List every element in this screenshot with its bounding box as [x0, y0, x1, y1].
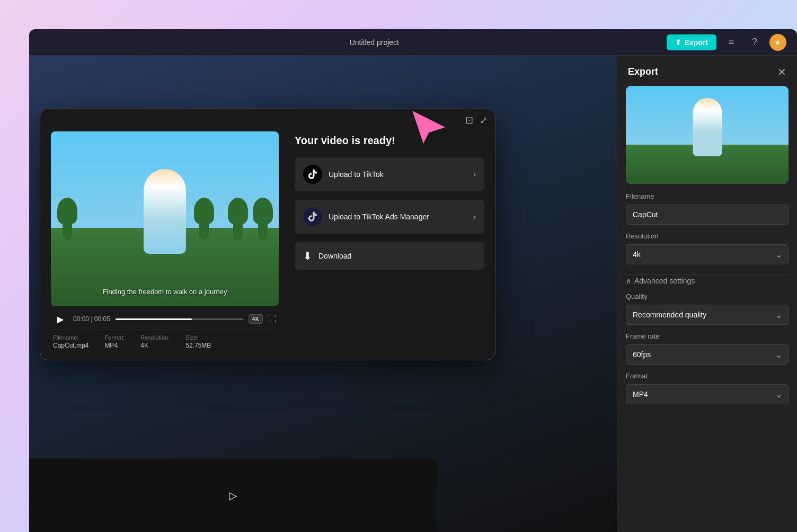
- filename-value: CapCut.mp4: [53, 342, 88, 349]
- panel-thumb-person: [693, 98, 722, 156]
- advanced-settings-toggle[interactable]: ∧ Advanced settings: [626, 277, 695, 285]
- fullscreen-button[interactable]: ⛶: [268, 314, 277, 324]
- top-bar-actions: ⬆ Export ≡ ? ★: [667, 34, 786, 51]
- format-select-wrapper: MP4 MOV GIF: [626, 384, 789, 404]
- modal-body: Finding the freedom to walk on a journey…: [40, 131, 495, 360]
- video-person: [144, 169, 186, 254]
- progress-bar[interactable]: [116, 318, 243, 320]
- tiktok-ads-chevron-icon: ›: [473, 212, 476, 221]
- size-label: Size:: [185, 334, 211, 341]
- subtitle-icon-button[interactable]: ⊡: [465, 114, 473, 126]
- close-export-button[interactable]: ✕: [777, 67, 786, 77]
- format-label: Format:: [104, 334, 125, 341]
- timeline-play-icon: ▷: [229, 489, 237, 502]
- top-bar: Untitled project ⬆ Export ≡ ? ★: [29, 29, 797, 56]
- download-button[interactable]: ⬇ Download: [295, 242, 484, 270]
- play-button[interactable]: ▶: [53, 312, 68, 326]
- export-panel-title: Export: [628, 66, 658, 77]
- format-info: Format: MP4: [104, 334, 125, 349]
- framerate-select[interactable]: 24fps 30fps 60fps: [626, 344, 789, 365]
- tiktok-chevron-icon: ›: [473, 170, 476, 179]
- resolution-field-label: Resolution: [626, 232, 789, 240]
- framerate-field: Frame rate 24fps 30fps 60fps: [626, 332, 789, 365]
- tiktok-ads-icon: [303, 207, 322, 226]
- filename-input[interactable]: [626, 205, 789, 225]
- download-icon: ⬇: [303, 250, 312, 262]
- export-panel: Export ✕ Filename Resolution: [617, 56, 797, 532]
- upload-tiktok-ads-text: Upload to TikTok Ads Manager: [329, 212, 429, 221]
- app-window: Untitled project ⬆ Export ≡ ? ★: [29, 29, 797, 532]
- resolution-select-wrapper: 4k 1080p 720p 480p: [626, 244, 789, 264]
- advanced-settings-label: Advanced settings: [634, 277, 695, 285]
- editor-area: ⊡ ⤢: [29, 56, 617, 532]
- resolution-value: 4K: [140, 342, 170, 349]
- framerate-select-wrapper: 24fps 30fps 60fps: [626, 344, 789, 365]
- video-controls: ▶ 00:00 | 00:05 4K ⛶: [51, 306, 279, 330]
- project-title: Untitled project: [350, 38, 399, 47]
- filename-field-label: Filename: [626, 192, 789, 200]
- progress-fill: [116, 318, 192, 320]
- chevron-up-icon: ∧: [626, 277, 631, 285]
- timeline-area: ▷: [29, 458, 437, 532]
- filename-field: Filename: [617, 192, 797, 232]
- resolution-label: Resolution:: [140, 334, 170, 341]
- file-info: Filename: CapCut.mp4 Format: MP4 Resolut…: [51, 330, 279, 349]
- resolution-field: Resolution 4k 1080p 720p 480p: [617, 232, 797, 272]
- quality-field: Quality Recommended quality High quality…: [626, 292, 789, 325]
- cursor-arrow: [410, 109, 447, 148]
- export-options: Your video is ready! Upload to TikTok: [295, 131, 484, 349]
- close-icon: ✕: [777, 66, 786, 78]
- upload-tiktok-text: Upload to TikTok: [329, 170, 384, 179]
- upload-tiktok-ads-left: Upload to TikTok Ads Manager: [303, 207, 429, 226]
- export-icon: ⬆: [675, 38, 681, 47]
- ready-title: Your video is ready!: [295, 135, 484, 147]
- quality-select-wrapper: Recommended quality High quality Standar…: [626, 305, 789, 325]
- video-player: Finding the freedom to walk on a journey…: [51, 131, 279, 349]
- format-field-label: Format: [626, 372, 789, 380]
- video-screen: Finding the freedom to walk on a journey: [51, 131, 279, 306]
- format-select[interactable]: MP4 MOV GIF: [626, 384, 789, 404]
- format-field: Format MP4 MOV GIF: [626, 372, 789, 404]
- quality-field-label: Quality: [626, 292, 789, 300]
- quality-select[interactable]: Recommended quality High quality Standar…: [626, 305, 789, 325]
- panel-thumbnail: [626, 86, 789, 184]
- menu-button[interactable]: ≡: [723, 34, 740, 51]
- tree-2: [233, 208, 243, 240]
- quality-badge: 4K: [249, 314, 263, 324]
- menu-icon: ≡: [729, 37, 734, 48]
- filename-label: Filename:: [53, 334, 88, 341]
- tree-1: [63, 208, 72, 240]
- main-content: ⊡ ⤢: [29, 56, 797, 532]
- resolution-info: Resolution: 4K: [140, 334, 170, 349]
- divider-1: [626, 274, 789, 274]
- svg-marker-0: [413, 111, 445, 143]
- video-subtitle: Finding the freedom to walk on a journey: [51, 288, 279, 296]
- tree-4: [258, 208, 268, 240]
- avatar-button[interactable]: ★: [769, 34, 786, 51]
- time-display: 00:00 | 00:05: [73, 315, 110, 323]
- size-info: Size: 52.75MB: [185, 334, 211, 349]
- timeline-play-button[interactable]: ▷: [224, 486, 243, 505]
- format-value: MP4: [104, 342, 125, 349]
- advanced-settings-section: ∧ Advanced settings Quality Recommended …: [617, 277, 797, 419]
- help-icon: ?: [752, 37, 757, 48]
- tiktok-icon: [303, 165, 322, 184]
- size-value: 52.75MB: [185, 342, 211, 349]
- filename-info: Filename: CapCut.mp4: [53, 334, 88, 349]
- framerate-field-label: Frame rate: [626, 332, 789, 340]
- help-button[interactable]: ?: [746, 34, 763, 51]
- upload-tiktok-ads-button[interactable]: Upload to TikTok Ads Manager ›: [295, 200, 484, 234]
- export-panel-header: Export ✕: [617, 56, 797, 86]
- video-background: Finding the freedom to walk on a journey: [51, 131, 279, 306]
- export-button[interactable]: ⬆ Export: [667, 34, 716, 50]
- avatar-icon: ★: [774, 38, 781, 47]
- download-text: Download: [318, 252, 351, 260]
- tree-3: [199, 208, 209, 240]
- upload-tiktok-left: Upload to TikTok: [303, 165, 384, 184]
- fullscreen-icon-button[interactable]: ⤢: [480, 114, 488, 126]
- resolution-select[interactable]: 4k 1080p 720p 480p: [626, 244, 789, 264]
- upload-tiktok-button[interactable]: Upload to TikTok ›: [295, 157, 484, 191]
